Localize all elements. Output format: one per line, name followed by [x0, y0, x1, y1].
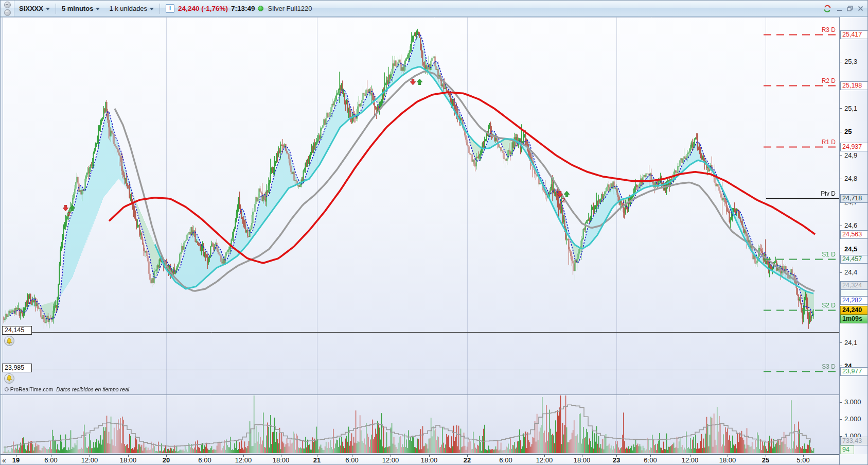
time-label: 19 — [12, 455, 20, 465]
chevron-down-icon — [150, 8, 154, 10]
price-chart-canvas[interactable] — [1, 1, 868, 465]
time-label: 25 — [762, 455, 769, 465]
pivot-label-s3: S3 D — [822, 363, 836, 370]
sync-icon[interactable] — [823, 5, 832, 13]
bell-icon — [6, 375, 12, 382]
time-label: 18:00 — [574, 455, 591, 465]
copyright-text: © ProRealTime.com — [5, 386, 53, 392]
time-label: 12:00 — [235, 455, 252, 465]
time-label: 23 — [613, 455, 620, 465]
prorealtime-chart-window: SIXXXX 5 minutos 1 k unidades i 24,240 (… — [0, 0, 868, 465]
time-label: 22 — [464, 455, 471, 465]
price-tick-mark — [840, 249, 842, 249]
chevron-down-icon — [46, 8, 50, 10]
gray-ma-value: 24,324 — [840, 281, 868, 290]
time-label: 12:00 — [536, 455, 553, 465]
volume-last-value: 94 — [840, 445, 854, 454]
feed-name: Silver Full1220 — [268, 5, 312, 12]
bar-countdown: 1m09s — [840, 315, 868, 323]
alert-price-label[interactable]: 24,145 — [2, 326, 32, 335]
symbol-label: SIXXXX — [19, 5, 43, 12]
price-tick-label: 24,6 — [844, 221, 857, 229]
price-tick-mark — [840, 179, 842, 179]
info-icon[interactable]: i — [166, 4, 174, 13]
timeframe-label: 5 minutos — [62, 5, 93, 12]
trade-count: 2 — [63, 211, 75, 218]
volume-tick-mark — [840, 402, 842, 403]
symbol-selector[interactable]: SIXXXX — [14, 1, 55, 16]
close-icon[interactable] — [858, 6, 863, 11]
s1-value: 24,457 — [840, 255, 868, 264]
pivot-label-s2: S2 D — [822, 302, 836, 309]
time-label: 6:00 — [644, 455, 657, 465]
red-ma-value: 24,563 — [840, 230, 868, 239]
price-tick-mark — [840, 132, 842, 132]
price-tick-mark — [840, 108, 842, 109]
price-tick-label: 24,5 — [844, 245, 857, 253]
price-tick-mark — [840, 62, 842, 62]
toolbar-separator — [56, 4, 56, 14]
volume-tick-label: 3.000 — [844, 398, 861, 406]
r1-value: 24,937 — [840, 143, 868, 151]
trade-marker — [410, 79, 422, 85]
time-label: 6:00 — [198, 455, 211, 465]
minimize-button[interactable] — [837, 6, 842, 11]
last-price-change: 24,240 (-1,76%) — [178, 5, 228, 12]
pivot-label-r3: R3 D — [822, 26, 836, 33]
toolbar-separator — [160, 4, 160, 14]
window-controls — [823, 5, 867, 13]
price-tick-label: 24,8 — [844, 175, 857, 182]
r3-value: 25,417 — [840, 30, 868, 39]
restore-button[interactable] — [847, 6, 853, 11]
window-gadget — [1, 1, 14, 16]
price-tick-label: 25,3 — [844, 58, 857, 65]
pivot-value: 24,718 — [840, 194, 868, 203]
price-tick-label: 24,9 — [844, 151, 857, 159]
copyright-note: © ProRealTime.comDatos recibidos en tiem… — [5, 386, 129, 392]
chart-toolbar: SIXXXX 5 minutos 1 k unidades i 24,240 (… — [1, 1, 867, 17]
quote-time: 7:13:49 — [231, 5, 255, 12]
alert-price-label[interactable]: 23,985 — [2, 364, 32, 372]
units-selector[interactable]: 1 k unidades — [104, 1, 158, 16]
window-lock-icon[interactable] — [4, 9, 11, 16]
time-label: 6:00 — [44, 455, 57, 465]
pivot-label-r1: R1 D — [822, 139, 836, 146]
trade-arrows — [410, 79, 422, 85]
time-label: 18:00 — [719, 455, 736, 465]
trade-marker: 2 — [63, 205, 75, 218]
chevron-down-icon — [96, 8, 100, 10]
time-axis[interactable]: « 196:0012:0018:00206:0012:0018:00216:00… — [1, 454, 839, 465]
time-label: 12:00 — [81, 455, 98, 465]
time-label: 5:00 — [796, 455, 809, 465]
timeframe-selector[interactable]: 5 minutos — [57, 1, 104, 16]
alert-bell-button[interactable] — [4, 373, 14, 384]
window-pin-icon[interactable] — [4, 2, 11, 8]
price-axis[interactable]: 25,325,12524,924,824,724,624,524,424,124… — [839, 17, 868, 454]
scroll-back-button[interactable]: « — [2, 455, 6, 465]
sell-arrow-icon — [410, 79, 416, 85]
s3-value: 23,977 — [840, 367, 868, 376]
price-tick-mark — [840, 226, 842, 226]
time-label: 12:00 — [382, 455, 399, 465]
price-tick-mark — [840, 342, 842, 343]
time-label: 6:00 — [499, 455, 512, 465]
price-tick-mark — [840, 366, 842, 366]
pivot-label-piv: Piv D — [821, 190, 836, 197]
time-label: 18:00 — [273, 455, 290, 465]
price-tick-mark — [840, 272, 842, 273]
r2-value: 25,198 — [840, 81, 868, 90]
last-price-value: 24,240 — [840, 306, 868, 315]
axis-corner — [839, 454, 868, 465]
price-tick-mark — [840, 155, 842, 156]
pivot-label-r2: R2 D — [822, 77, 836, 84]
alert-bell-button[interactable] — [4, 336, 14, 346]
time-label: 21 — [313, 455, 321, 465]
pivot-label-s1: S1 D — [822, 251, 836, 258]
time-label: 20 — [163, 455, 170, 465]
units-label: 1 k unidades — [109, 5, 147, 12]
time-label: 18:00 — [421, 455, 438, 465]
time-label: 12:00 — [682, 455, 699, 465]
price-tick-label: 25 — [844, 128, 852, 135]
bell-icon — [6, 338, 12, 345]
trade-count: 2 — [557, 197, 570, 204]
